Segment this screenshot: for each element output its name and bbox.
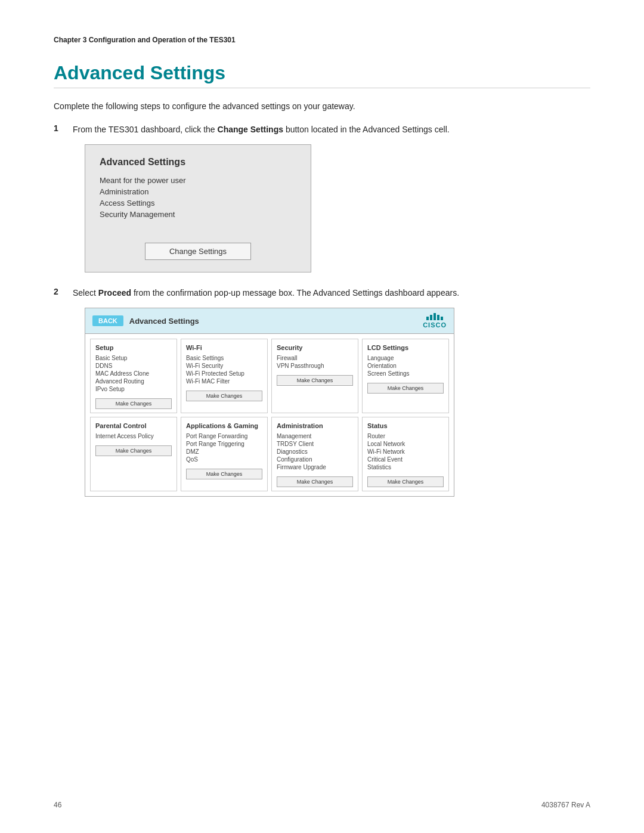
dashboard-title: Advanced Settings [129,317,199,326]
list-item: DDNS [95,363,172,369]
setup-cell: Setup Basic Setup DDNS MAC Address Clone… [90,339,177,413]
setup-make-changes-button[interactable]: Make Changes [95,398,172,409]
administration-cell: Administration Management TRDSY Client D… [271,417,358,491]
cisco-bar-4 [437,315,439,320]
list-item: VPN Passthrough [277,363,353,369]
list-item: Wi-Fi Protected Setup [186,370,262,377]
list-item: QoS [186,456,262,463]
step-1-content: From the TES301 dashboard, click the Cha… [73,123,590,272]
apps-items: Port Range Forwarding Port Range Trigger… [186,433,262,463]
step-2: 2 Select Proceed from the confirmation p… [54,287,590,497]
list-item: Basic Settings [186,355,262,361]
security-items: Firewall VPN Passthrough [277,355,353,369]
step-2-content: Select Proceed from the confirmation pop… [73,287,590,497]
list-item: DMZ [186,448,262,455]
list-item: Language [367,355,444,361]
list-item: TRDSY Client [277,441,353,447]
cisco-bar-5 [441,317,443,320]
step-2-text: Select Proceed from the confirmation pop… [73,287,590,299]
list-item: Access Settings [100,199,296,208]
status-cell: Status Router Local Network Wi-Fi Networ… [362,417,449,491]
list-item: Basic Setup [95,355,172,361]
ui-box-1-title: Advanced Settings [100,157,296,168]
apps-title: Applications & Gaming [186,422,262,429]
step-1: 1 From the TES301 dashboard, click the C… [54,123,590,272]
parental-make-changes-button[interactable]: Make Changes [95,445,172,456]
dashboard-header: BACK Advanced Settings CISCO [85,308,454,334]
administration-title: Administration [277,422,353,429]
parental-cell: Parental Control Internet Access Policy … [90,417,177,491]
list-item: Statistics [367,464,444,470]
ui-screenshot-1: Advanced Settings Meant for the power us… [85,144,311,272]
parental-items: Internet Access Policy [95,433,172,439]
wifi-title: Wi-Fi [186,344,262,351]
administration-make-changes-button[interactable]: Make Changes [277,476,353,487]
list-item: Management [277,433,353,439]
cisco-bar-2 [430,315,432,320]
status-make-changes-button[interactable]: Make Changes [367,476,444,487]
step-1-bold: Change Settings [218,125,283,134]
setup-items: Basic Setup DDNS MAC Address Clone Advan… [95,355,172,392]
lcd-items: Language Orientation Screen Settings [367,355,444,377]
list-item: Wi-Fi Security [186,363,262,369]
list-item: IPvo Setup [95,386,172,392]
doc-ref: 4038767 Rev A [541,801,590,809]
list-item: Port Range Triggering [186,441,262,447]
ui-screenshot-2: BACK Advanced Settings CISCO [85,308,454,497]
administration-items: Management TRDSY Client Diagnostics Conf… [277,433,353,470]
parental-title: Parental Control [95,422,172,429]
security-cell: Security Firewall VPN Passthrough Make C… [271,339,358,413]
cisco-bar-3 [434,313,436,320]
list-item: Port Range Forwarding [186,433,262,439]
list-item: Internet Access Policy [95,433,172,439]
list-item: Configuration [277,456,353,463]
step-1-text: From the TES301 dashboard, click the Cha… [73,123,590,136]
list-item: Security Management [100,210,296,219]
dashboard-header-left: BACK Advanced Settings [92,315,199,326]
list-item: Wi-Fi MAC Filter [186,378,262,385]
security-title: Security [277,344,353,351]
lcd-cell: LCD Settings Language Orientation Screen… [362,339,449,413]
ui-box-1-button-wrap: Change Settings [100,243,296,260]
list-item: Firewall [277,355,353,361]
setup-title: Setup [95,344,172,351]
security-make-changes-button[interactable]: Make Changes [277,375,353,386]
page-number: 46 [54,801,61,809]
cisco-logo: CISCO [423,313,447,329]
change-settings-button[interactable]: Change Settings [145,243,251,260]
step-2-bold: Proceed [98,288,131,298]
list-item: Critical Event [367,456,444,463]
cisco-text: CISCO [423,321,447,329]
status-title: Status [367,422,444,429]
wifi-items: Basic Settings Wi-Fi Security Wi-Fi Prot… [186,355,262,385]
dashboard-grid: Setup Basic Setup DDNS MAC Address Clone… [85,334,454,496]
page-title: Advanced Settings [54,62,590,88]
list-item: Meant for the power user [100,176,296,185]
step-1-number: 1 [54,123,66,133]
page-footer: 46 4038767 Rev A [54,801,590,809]
intro-text: Complete the following steps to configur… [54,100,590,113]
list-item: Screen Settings [367,370,444,377]
status-items: Router Local Network Wi-Fi Network Criti… [367,433,444,470]
list-item: Diagnostics [277,448,353,455]
apps-make-changes-button[interactable]: Make Changes [186,469,262,479]
list-item: Firmware Upgrade [277,464,353,470]
list-item: Advanced Routing [95,378,172,385]
lcd-title: LCD Settings [367,344,444,351]
wifi-make-changes-button[interactable]: Make Changes [186,391,262,401]
list-item: Local Network [367,441,444,447]
list-item: Router [367,433,444,439]
list-item: Wi-Fi Network [367,448,444,455]
apps-cell: Applications & Gaming Port Range Forward… [181,417,268,491]
cisco-bars-icon [426,313,443,320]
list-item: Administration [100,187,296,196]
cisco-bar-1 [426,317,429,320]
wifi-cell: Wi-Fi Basic Settings Wi-Fi Security Wi-F… [181,339,268,413]
step-2-number: 2 [54,287,66,296]
chapter-header: Chapter 3 Configuration and Operation of… [54,36,590,44]
list-item: MAC Address Clone [95,370,172,377]
list-item: Orientation [367,363,444,369]
back-button[interactable]: BACK [92,315,123,326]
ui-box-1-items: Meant for the power user Administration … [100,176,296,219]
lcd-make-changes-button[interactable]: Make Changes [367,383,444,394]
